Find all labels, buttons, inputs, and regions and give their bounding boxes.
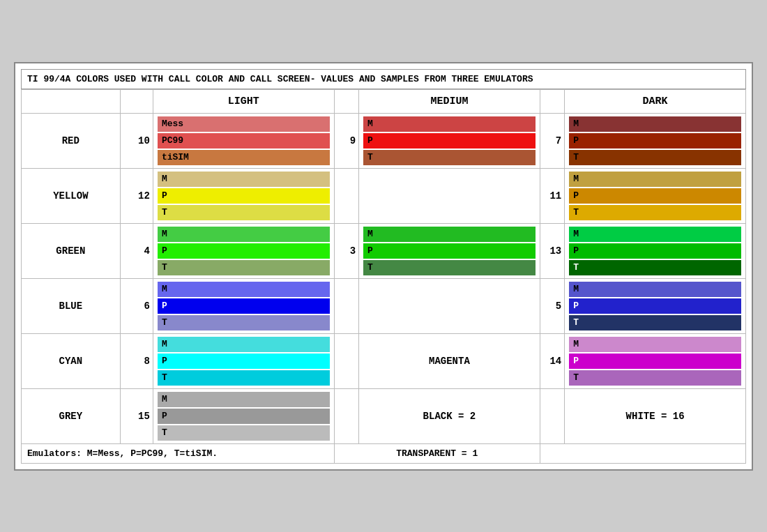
- swatch-cell: MPT: [153, 388, 334, 443]
- color-swatch: M: [158, 282, 330, 297]
- dark-num-yellow: 11: [540, 168, 564, 223]
- magenta-label: MAGENTA: [359, 333, 540, 388]
- color-swatch: P: [569, 298, 741, 314]
- main-container: TI 99/4A COLORS USED WITH CALL COLOR AND…: [14, 62, 753, 471]
- black-label: BLACK = 2: [359, 388, 540, 443]
- table-row: RED10MessPC99tiSIM9MPT7MPT: [22, 113, 746, 168]
- color-swatch: T: [569, 370, 741, 386]
- color-swatch: M: [363, 227, 536, 242]
- color-label-blue: BLUE: [22, 278, 121, 333]
- color-swatch: T: [158, 370, 330, 386]
- swatch-cell: MessPC99tiSIM: [153, 113, 334, 168]
- color-swatch: T: [569, 150, 741, 165]
- color-swatch: P: [569, 354, 741, 369]
- swatch-cell: MPT: [359, 223, 540, 278]
- color-swatch: P: [569, 133, 741, 149]
- swatch-cell: MPT: [565, 333, 746, 388]
- color-swatch: P: [569, 188, 741, 204]
- table-row: BLUE6MPT5MPT: [22, 278, 746, 333]
- color-swatch: T: [363, 260, 536, 275]
- color-swatch: M: [158, 227, 330, 242]
- color-table: LIGHT MEDIUM DARK RED10MessPC99tiSIM9MPT…: [21, 89, 746, 464]
- color-swatch: M: [158, 337, 330, 352]
- light-num-green: 4: [120, 223, 153, 278]
- color-swatch: M: [158, 392, 330, 407]
- table-row: YELLOW12MPT11MPT: [22, 168, 746, 223]
- header-color-name: [22, 89, 121, 113]
- color-swatch: M: [569, 227, 741, 242]
- color-swatch: P: [158, 188, 330, 204]
- swatch-cell: MPT: [359, 113, 540, 168]
- swatch-cell: MPT: [153, 168, 334, 223]
- color-swatch: T: [158, 425, 330, 441]
- color-swatch: M: [569, 337, 741, 352]
- light-num-red: 10: [120, 113, 153, 168]
- footer-left: Emulators: M=Mess, P=PC99, T=tiSIM.: [22, 443, 335, 463]
- color-swatch: Mess: [158, 116, 330, 132]
- swatch-cell: MPT: [153, 223, 334, 278]
- medium-num-yellow: [334, 168, 358, 223]
- light-num-yellow: 12: [120, 168, 153, 223]
- color-label-red: RED: [22, 113, 121, 168]
- color-swatch: M: [158, 172, 330, 187]
- color-label-yellow: YELLOW: [22, 168, 121, 223]
- dark-num-magenta: 14: [540, 333, 564, 388]
- header-dark: DARK: [565, 89, 746, 113]
- header-row: LIGHT MEDIUM DARK: [22, 89, 746, 113]
- swatch-cell: MPT: [565, 278, 746, 333]
- medium-num-red: 9: [334, 113, 358, 168]
- medium-swatch-blue: [359, 278, 540, 333]
- swatch-cell: MPT: [565, 113, 746, 168]
- color-swatch: tiSIM: [158, 150, 330, 165]
- color-swatch: M: [569, 282, 741, 297]
- color-swatch: T: [158, 315, 330, 330]
- color-swatch: P: [569, 243, 741, 259]
- header-num-medium: [334, 89, 358, 113]
- header-medium: MEDIUM: [359, 89, 540, 113]
- white-label: WHITE = 16: [565, 388, 746, 443]
- color-swatch: P: [158, 298, 330, 314]
- color-swatch: P: [158, 354, 330, 369]
- color-swatch: P: [363, 243, 536, 259]
- medium-num-cyan: [334, 333, 358, 388]
- footer-row: Emulators: M=Mess, P=PC99, T=tiSIM.TRANS…: [22, 443, 746, 463]
- footer-right: [540, 443, 745, 463]
- swatch-cell: MPT: [153, 278, 334, 333]
- color-swatch: M: [363, 116, 536, 132]
- color-swatch: T: [569, 205, 741, 220]
- dark-num-green: 13: [540, 223, 564, 278]
- light-num-blue: 6: [120, 278, 153, 333]
- header-num-dark: [540, 89, 564, 113]
- header-num-light: [120, 89, 153, 113]
- color-swatch: P: [158, 243, 330, 259]
- medium-num-green: 3: [334, 223, 358, 278]
- color-swatch: P: [363, 133, 536, 149]
- dark-num-red: 7: [540, 113, 564, 168]
- footer-center: TRANSPARENT = 1: [334, 443, 540, 463]
- color-swatch: M: [569, 116, 741, 132]
- color-swatch: T: [158, 260, 330, 275]
- swatch-cell: MPT: [153, 333, 334, 388]
- table-row: CYAN8MPTMAGENTA14MPT: [22, 333, 746, 388]
- color-label-cyan: CYAN: [22, 333, 121, 388]
- table-row: GREY15MPTBLACK = 2WHITE = 16: [22, 388, 746, 443]
- header-light: LIGHT: [153, 89, 334, 113]
- color-swatch: M: [569, 172, 741, 187]
- swatch-cell: MPT: [565, 168, 746, 223]
- light-num-grey: 15: [120, 388, 153, 443]
- color-label-green: GREEN: [22, 223, 121, 278]
- color-label-grey: GREY: [22, 388, 121, 443]
- medium-num-blue: [334, 278, 358, 333]
- color-swatch: T: [363, 150, 536, 165]
- color-swatch: PC99: [158, 133, 330, 149]
- color-swatch: P: [158, 409, 330, 424]
- table-row: GREEN4MPT3MPT13MPT: [22, 223, 746, 278]
- medium-swatch-yellow: [359, 168, 540, 223]
- dark-num-grey: [540, 388, 564, 443]
- swatch-cell: MPT: [565, 223, 746, 278]
- title: TI 99/4A COLORS USED WITH CALL COLOR AND…: [21, 69, 746, 89]
- dark-num-blue: 5: [540, 278, 564, 333]
- color-swatch: T: [158, 205, 330, 220]
- color-swatch: T: [569, 260, 741, 275]
- color-swatch: T: [569, 315, 741, 330]
